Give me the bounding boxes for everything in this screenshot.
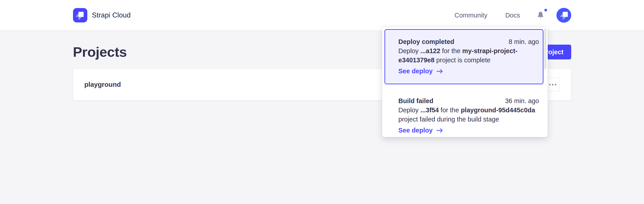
arrow-right-icon <box>436 69 443 74</box>
notification-time: 8 min. ago <box>509 37 539 46</box>
project-name: playground <box>84 81 121 88</box>
notification-title: Build failed <box>398 96 433 106</box>
project-menu-button[interactable] <box>546 78 560 91</box>
notification-item[interactable]: Build failed 36 min. ago Deploy ...3f54 … <box>382 84 548 137</box>
notification-item[interactable]: Deploy completed 8 min. ago Deploy ...a1… <box>384 29 544 84</box>
scrollbar-thumb[interactable] <box>544 29 546 69</box>
brand-name: Strapi Cloud <box>92 11 131 19</box>
ellipsis-icon <box>549 84 556 85</box>
notification-title: Deploy completed <box>398 37 454 46</box>
notifications-button[interactable] <box>537 10 546 20</box>
see-deploy-link[interactable]: See deploy <box>398 126 539 135</box>
arrow-right-icon <box>436 128 443 133</box>
notifications-panel: Deploy completed 8 min. ago Deploy ...a1… <box>382 27 548 137</box>
header-nav: Community Docs <box>454 8 571 23</box>
strapi-logo-icon <box>73 8 87 23</box>
unread-dot <box>544 9 547 12</box>
notification-time: 36 min. ago <box>505 96 539 106</box>
brand[interactable]: Strapi Cloud <box>73 8 131 23</box>
see-deploy-link[interactable]: See deploy <box>398 67 539 76</box>
bell-icon <box>537 11 544 20</box>
page-title: Projects <box>73 44 127 60</box>
top-navbar: Strapi Cloud Community Docs <box>0 0 644 31</box>
notification-body: Deploy ...3f54 for the playground-95d445… <box>398 106 539 124</box>
nav-link-docs[interactable]: Docs <box>505 12 520 19</box>
avatar[interactable] <box>556 8 571 23</box>
nav-link-community[interactable]: Community <box>454 12 488 19</box>
strapi-avatar-icon <box>556 8 571 23</box>
notifications-list: Deploy completed 8 min. ago Deploy ...a1… <box>382 29 548 137</box>
notification-body: Deploy ...a122 for the my-strapi-project… <box>398 46 539 65</box>
